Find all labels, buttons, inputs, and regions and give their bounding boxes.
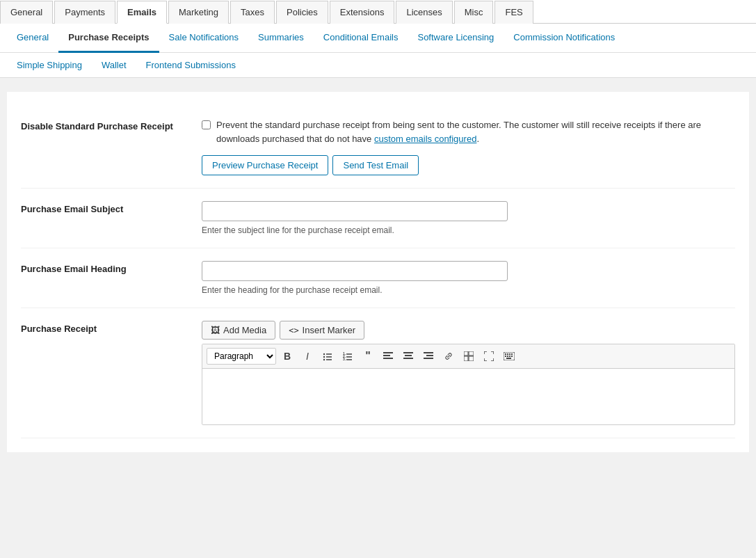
preview-receipt-button[interactable]: Preview Purchase Receipt: [202, 155, 328, 175]
svg-rect-18: [424, 352, 433, 353]
nav-commission-notifications[interactable]: Commission Notifications: [504, 24, 625, 53]
editor-toolbar: Paragraph B I: [202, 344, 734, 369]
tab-payments[interactable]: Payments: [54, 1, 115, 24]
svg-rect-20: [424, 358, 433, 359]
nav-conditional-emails[interactable]: Conditional Emails: [314, 24, 408, 53]
svg-text:3.: 3.: [343, 357, 346, 361]
tab-emails[interactable]: Emails: [117, 1, 167, 24]
svg-rect-3: [326, 356, 332, 358]
svg-rect-27: [507, 353, 508, 355]
tab-policies[interactable]: Policies: [276, 1, 328, 24]
table-button[interactable]: [460, 347, 478, 365]
nav-simple-shipping[interactable]: Simple Shipping: [7, 53, 92, 77]
nav-software-licensing[interactable]: Software Licensing: [408, 24, 504, 53]
nav-general[interactable]: General: [7, 24, 58, 53]
bold-button[interactable]: B: [278, 347, 296, 365]
receipt-action-buttons: Preview Purchase Receipt Send Test Email: [202, 155, 735, 175]
purchase-email-heading-row: Purchase Email Heading Enter the heading…: [21, 248, 735, 308]
insert-marker-button[interactable]: <> Insert Marker: [280, 321, 364, 340]
svg-rect-30: [505, 356, 506, 357]
purchase-email-subject-desc: Enter the subject line for the purchase …: [202, 225, 735, 235]
svg-rect-24: [469, 356, 474, 361]
svg-rect-21: [464, 351, 468, 356]
disable-receipt-row: Disable Standard Purchase Receipt Preven…: [21, 106, 735, 189]
purchase-email-heading-input[interactable]: [202, 261, 508, 281]
purchase-receipt-row: Purchase Receipt 🖼 Add Media <> Insert M…: [21, 308, 735, 438]
svg-rect-12: [383, 352, 393, 353]
svg-rect-33: [511, 356, 513, 357]
svg-rect-34: [506, 358, 511, 359]
tab-licenses[interactable]: Licenses: [396, 1, 452, 24]
svg-point-2: [323, 356, 325, 358]
purchase-receipt-field: 🖼 Add Media <> Insert Marker Paragraph B…: [202, 321, 735, 425]
tab-marketing[interactable]: Marketing: [168, 1, 229, 24]
unordered-list-button[interactable]: [319, 347, 337, 365]
align-right-button[interactable]: [419, 347, 437, 365]
italic-button[interactable]: I: [298, 347, 316, 365]
disable-receipt-checkbox[interactable]: [202, 120, 211, 129]
svg-rect-29: [511, 353, 513, 355]
align-center-button[interactable]: [399, 347, 417, 365]
purchase-email-subject-input[interactable]: [202, 201, 508, 221]
editor-container: Paragraph B I: [202, 344, 735, 425]
tab-general[interactable]: General: [0, 1, 53, 24]
purchase-email-heading-field: Enter the heading for the purchase recei…: [202, 261, 735, 295]
add-media-label: Add Media: [223, 325, 266, 335]
insert-marker-label: Insert Marker: [303, 325, 356, 335]
svg-rect-15: [403, 352, 413, 353]
svg-rect-28: [509, 353, 510, 355]
align-left-button[interactable]: [379, 347, 397, 365]
svg-rect-14: [383, 358, 393, 359]
disable-receipt-description: Prevent the standard purchase receipt fr…: [216, 118, 735, 145]
svg-rect-11: [346, 359, 352, 360]
send-test-email-button[interactable]: Send Test Email: [332, 155, 419, 175]
svg-point-4: [323, 359, 325, 360]
blockquote-button[interactable]: ": [359, 347, 377, 365]
ordered-list-button[interactable]: 1. 2. 3.: [339, 347, 357, 365]
nav-sale-notifications[interactable]: Sale Notifications: [159, 24, 248, 53]
keyboard-button[interactable]: [500, 347, 518, 365]
svg-rect-22: [469, 351, 474, 356]
nav-wallet[interactable]: Wallet: [92, 53, 136, 77]
svg-rect-1: [326, 353, 332, 355]
fullscreen-button[interactable]: [480, 347, 498, 365]
tab-taxes[interactable]: Taxes: [230, 1, 275, 24]
nav-purchase-receipts[interactable]: Purchase Receipts: [58, 24, 159, 53]
svg-rect-9: [346, 356, 352, 358]
add-media-icon: 🖼: [211, 325, 220, 335]
top-tab-bar: General Payments Emails Marketing Taxes …: [0, 0, 756, 24]
paragraph-select[interactable]: Paragraph: [207, 348, 276, 365]
svg-rect-26: [505, 353, 506, 355]
svg-rect-5: [326, 359, 332, 360]
secondary-nav: General Purchase Receipts Sale Notificat…: [0, 24, 756, 53]
purchase-email-subject-field: Enter the subject line for the purchase …: [202, 201, 735, 235]
tab-fes[interactable]: FES: [494, 1, 533, 24]
main-content: Disable Standard Purchase Receipt Preven…: [7, 92, 749, 452]
svg-rect-16: [405, 355, 412, 356]
custom-emails-link[interactable]: custom emails configured: [374, 134, 476, 144]
add-media-button[interactable]: 🖼 Add Media: [202, 321, 275, 340]
tab-misc[interactable]: Misc: [454, 1, 494, 24]
link-button[interactable]: [440, 347, 458, 365]
svg-rect-31: [507, 356, 508, 357]
tab-extensions[interactable]: Extensions: [330, 1, 395, 24]
nav-frontend-submissions[interactable]: Frontend Submissions: [136, 53, 246, 77]
editor-toolbar-top: 🖼 Add Media <> Insert Marker: [202, 321, 735, 340]
purchase-email-subject-row: Purchase Email Subject Enter the subject…: [21, 189, 735, 248]
svg-rect-32: [509, 356, 510, 357]
svg-point-0: [323, 353, 325, 355]
purchase-email-subject-label: Purchase Email Subject: [21, 201, 202, 214]
tertiary-nav: Simple Shipping Wallet Frontend Submissi…: [0, 53, 756, 78]
purchase-email-heading-desc: Enter the heading for the purchase recei…: [202, 285, 735, 295]
editor-body[interactable]: [202, 369, 734, 424]
nav-summaries[interactable]: Summaries: [248, 24, 314, 53]
disable-receipt-checkbox-row: Prevent the standard purchase receipt fr…: [202, 118, 735, 145]
svg-rect-23: [464, 356, 468, 361]
purchase-receipt-label: Purchase Receipt: [21, 321, 202, 334]
disable-receipt-label: Disable Standard Purchase Receipt: [21, 118, 202, 131]
svg-rect-13: [383, 355, 390, 356]
svg-rect-19: [426, 355, 433, 356]
insert-marker-icon: <>: [289, 326, 298, 335]
svg-rect-17: [403, 358, 413, 359]
disable-receipt-field: Prevent the standard purchase receipt fr…: [202, 118, 735, 175]
